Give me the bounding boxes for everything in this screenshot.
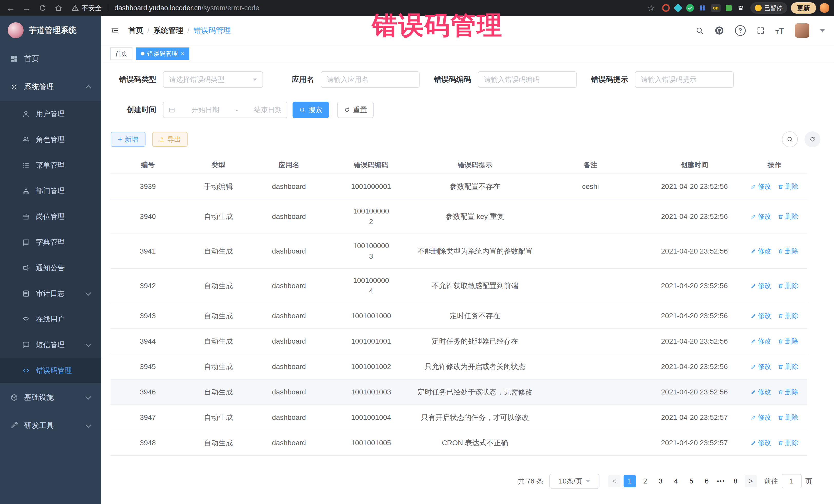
search-button[interactable]: 搜索 [292,102,329,118]
paused-label: 已暂停 [764,4,783,12]
search-button[interactable] [696,26,704,35]
extension-on-badge[interactable]: on [711,4,721,12]
sidebar-item-system[interactable]: 系统管理 [0,73,101,101]
sidebar-collapse-button[interactable] [110,26,119,35]
sidebar-item-dev-tools[interactable]: 研发工具 [0,412,101,440]
delete-link[interactable]: 删除 [778,362,798,371]
page-button-6[interactable]: 6 [701,475,713,487]
cell-time: 2021-04-20 23:52:56 [647,337,742,345]
cell-hint: CRON 表达式不正确 [416,438,534,448]
reload-button[interactable] [37,2,49,14]
close-icon[interactable]: × [181,50,184,57]
sidebar-item-infrastructure[interactable]: 基础设施 [0,384,101,412]
delete-link[interactable]: 删除 [778,337,798,346]
sidebar-item-audit-log[interactable]: 审计日志 [0,281,101,306]
edit-link[interactable]: 修改 [751,438,771,447]
font-size-button[interactable]: TT [775,26,784,36]
back-button[interactable]: ← [5,2,17,14]
extension-icon[interactable] [662,4,670,12]
fullscreen-button[interactable] [756,26,765,35]
prev-page-button[interactable]: < [608,475,620,487]
extension-icon[interactable] [726,5,732,11]
error-hint-input[interactable] [635,71,734,88]
page-size-select[interactable]: 10条/页 [549,474,599,489]
error-code-input[interactable] [478,71,577,88]
caret-down-icon[interactable] [820,29,825,32]
export-button[interactable]: 导出 [152,132,188,147]
error-type-select[interactable]: 请选择错误码类型 [163,71,263,88]
app-name-input[interactable] [321,71,420,88]
trash-icon [778,415,784,420]
date-range-picker[interactable]: 开始日期 - 结束日期 [163,102,287,118]
edit-link[interactable]: 修改 [751,182,771,191]
sidebar-item-roles[interactable]: 角色管理 [0,127,101,152]
more-pages-icon[interactable]: ••• [717,478,725,484]
breadcrumb-item[interactable]: 首页 [128,25,143,36]
reset-button[interactable]: 重置 [337,102,374,118]
delete-link[interactable]: 删除 [778,247,798,256]
cell-actions: 修改 删除 [742,212,807,221]
delete-link[interactable]: 删除 [778,281,798,290]
sidebar-item-error-code[interactable]: 错误码管理 [0,358,101,384]
github-button[interactable] [715,26,724,36]
page-button-8[interactable]: 8 [729,475,742,487]
user-avatar[interactable] [795,23,809,38]
page-button-3[interactable]: 3 [654,475,667,487]
sidebar-item-home[interactable]: 首页 [0,45,101,73]
tag-error-code[interactable]: 错误码管理 × [136,47,190,60]
goto-page-input[interactable] [782,474,802,488]
sidebar-item-menus[interactable]: 菜单管理 [0,152,101,178]
extension-icon[interactable] [674,4,682,12]
sidebar-item-departments[interactable]: 部门管理 [0,178,101,204]
add-button[interactable]: + 新增 [111,132,146,147]
delete-link[interactable]: 删除 [778,413,798,422]
paw-extension-icon[interactable] [737,4,745,12]
edit-link[interactable]: 修改 [751,311,771,320]
delete-link[interactable]: 删除 [778,182,798,191]
edit-link[interactable]: 修改 [751,337,771,346]
edit-link[interactable]: 修改 [751,247,771,256]
browser-profile-avatar[interactable] [820,3,829,13]
sidebar-item-label: 基础设施 [24,392,54,403]
bookmark-star-icon[interactable]: ☆ [648,3,655,13]
sidebar-item-users[interactable]: 用户管理 [0,101,101,127]
edit-link[interactable]: 修改 [751,212,771,221]
sidebar-item-label: 短信管理 [36,340,65,350]
edit-link[interactable]: 修改 [751,388,771,396]
paused-badge[interactable]: 已暂停 [750,2,787,14]
help-button[interactable]: ? [735,25,746,36]
sidebar-item-online-users[interactable]: 在线用户 [0,306,101,332]
breadcrumb-item[interactable]: 系统管理 [153,25,183,36]
page-button-5[interactable]: 5 [685,475,698,487]
delete-link[interactable]: 删除 [778,212,798,221]
page-button-2[interactable]: 2 [639,475,651,487]
search-toggle-button[interactable] [782,131,798,147]
page-button-4[interactable]: 4 [670,475,682,487]
delete-link[interactable]: 删除 [778,388,798,396]
update-button[interactable]: 更新 [791,2,816,14]
next-page-button[interactable]: > [745,475,757,487]
page-button-1[interactable]: 1 [623,475,636,487]
tag-home[interactable]: 首页 [110,47,132,60]
refresh-table-button[interactable] [805,131,820,147]
extension-icon[interactable] [686,4,694,12]
security-chip[interactable]: 不安全 [71,4,102,13]
megaphone-icon [22,264,30,272]
edit-link[interactable]: 修改 [751,413,771,422]
sidebar-item-label: 字典管理 [36,237,65,247]
forward-button[interactable]: → [21,2,33,14]
home-button[interactable] [52,2,65,14]
sidebar-item-dictionary[interactable]: 字典管理 [0,229,101,255]
chevron-down-icon [85,422,91,428]
logo[interactable]: 芋道管理系统 [0,16,101,45]
trash-icon [778,364,784,370]
sidebar-item-positions[interactable]: 岗位管理 [0,204,101,229]
delete-link[interactable]: 删除 [778,311,798,320]
grid-extension-icon[interactable] [699,5,706,11]
edit-link[interactable]: 修改 [751,362,771,371]
sidebar-item-notices[interactable]: 通知公告 [0,255,101,281]
sidebar-item-sms[interactable]: 短信管理 [0,332,101,358]
pencil-icon [751,338,756,344]
delete-link[interactable]: 删除 [778,438,798,447]
edit-link[interactable]: 修改 [751,281,771,290]
